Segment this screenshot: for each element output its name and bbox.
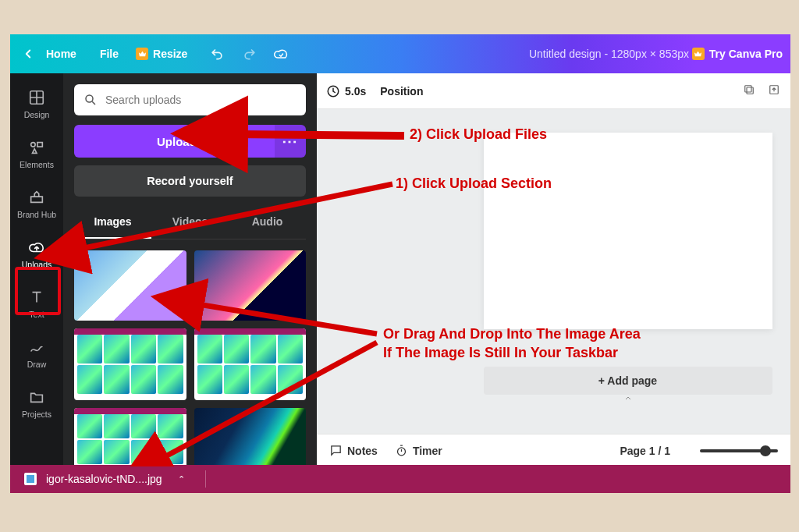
duplicate-icon[interactable] xyxy=(742,83,756,99)
duration-button[interactable]: 5.0s xyxy=(326,84,366,98)
uploads-grid xyxy=(74,250,306,466)
upload-thumb[interactable] xyxy=(194,408,307,466)
page-indicator[interactable]: Page 1 / 1 xyxy=(620,445,670,457)
upload-thumb[interactable] xyxy=(74,250,186,321)
search-input[interactable] xyxy=(105,94,297,106)
tab-images[interactable]: Images xyxy=(74,209,151,239)
nav-draw[interactable]: Draw xyxy=(13,329,60,378)
position-button[interactable]: Position xyxy=(380,85,423,98)
svg-point-3 xyxy=(86,95,93,102)
tab-videos[interactable]: Videos xyxy=(151,209,229,239)
separator xyxy=(205,470,206,488)
crown-icon xyxy=(692,48,705,60)
nav-elements[interactable]: Elements xyxy=(13,129,60,178)
search-icon xyxy=(83,93,98,107)
upload-thumb[interactable] xyxy=(194,250,307,321)
resize-button[interactable]: Resize xyxy=(136,48,187,60)
add-page-button[interactable]: + Add page xyxy=(484,367,772,395)
undo-button[interactable] xyxy=(209,46,225,62)
notes-button[interactable]: Notes xyxy=(329,444,378,457)
file-icon xyxy=(24,473,37,485)
svg-rect-5 xyxy=(747,87,753,94)
app-window: Home File Resize Untitled design - 1280p… xyxy=(10,34,790,466)
upload-tabs: Images Videos Audio xyxy=(74,209,306,239)
upload-thumb[interactable] xyxy=(194,328,307,400)
upload-thumb[interactable] xyxy=(74,408,186,466)
document-title[interactable]: Untitled design - 1280px × 853px xyxy=(529,48,689,60)
file-menu[interactable]: File xyxy=(100,48,119,60)
page-caret-icon[interactable] xyxy=(622,393,634,406)
chevron-up-icon[interactable]: ⌃ xyxy=(178,474,185,484)
canvas-toolbar: 5.0s Position xyxy=(317,73,790,109)
zoom-slider[interactable] xyxy=(700,449,778,452)
downloaded-file-chip[interactable]: igor-kasalovic-tND....jpg xyxy=(46,473,162,485)
nav-text[interactable]: Text xyxy=(13,279,60,328)
page[interactable] xyxy=(484,133,772,329)
footer-bar: Notes Timer Page 1 / 1 xyxy=(317,434,790,466)
cloud-sync-icon[interactable] xyxy=(273,46,289,62)
canvas-area: 5.0s Position + Add page Notes xyxy=(317,73,790,466)
back-button[interactable] xyxy=(21,47,40,61)
download-taskbar: igor-kasalovic-tND....jpg ⌃ xyxy=(10,465,790,493)
nav-uploads[interactable]: Uploads xyxy=(13,229,60,278)
crown-icon xyxy=(136,48,148,60)
svg-rect-2 xyxy=(37,142,42,147)
try-pro-button[interactable]: Try Canva Pro xyxy=(684,34,790,73)
nav-design[interactable]: Design xyxy=(13,80,60,128)
nav-projects[interactable]: Projects xyxy=(13,379,60,427)
tab-audio[interactable]: Audio xyxy=(229,209,306,239)
export-icon[interactable] xyxy=(767,83,781,99)
upload-files-button[interactable]: Upload files ⋯ xyxy=(74,125,306,158)
upload-options-button[interactable]: ⋯ xyxy=(275,125,306,158)
topbar: Home File Resize Untitled design - 1280p… xyxy=(10,34,790,73)
sidebar-nav: Design Elements Brand Hub Uploads Text D… xyxy=(10,73,63,466)
svg-rect-6 xyxy=(745,86,751,92)
search-uploads[interactable] xyxy=(74,84,306,115)
canvas-stage[interactable]: + Add page xyxy=(317,109,790,434)
svg-point-1 xyxy=(31,142,36,147)
timer-button[interactable]: Timer xyxy=(395,444,442,457)
upload-thumb[interactable] xyxy=(74,328,186,400)
redo-button[interactable] xyxy=(242,46,257,62)
uploads-panel: Upload files ⋯ Record yourself Images Vi… xyxy=(63,73,317,466)
record-yourself-button[interactable]: Record yourself xyxy=(74,165,306,197)
nav-brand-hub[interactable]: Brand Hub xyxy=(13,179,60,228)
home-button[interactable]: Home xyxy=(46,48,76,60)
